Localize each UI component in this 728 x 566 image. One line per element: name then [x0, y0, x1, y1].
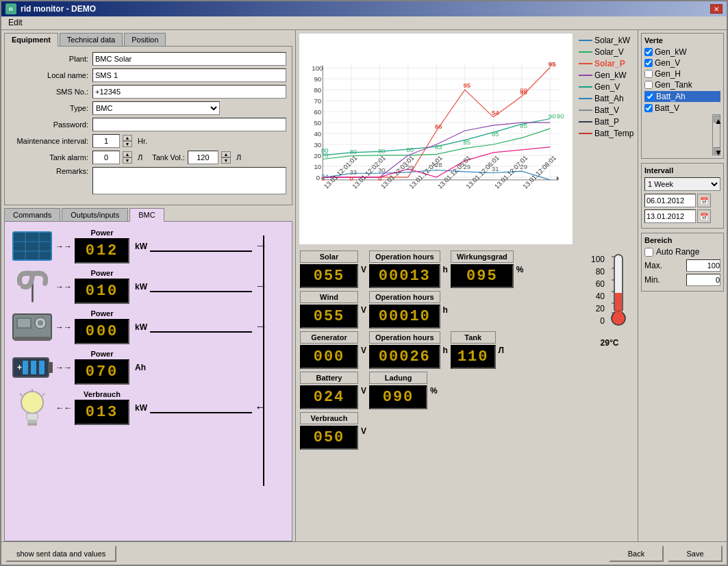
bmc-batt-arrow: →→: [55, 363, 72, 372]
bmc-bulb-arrow: →→: [55, 403, 72, 413]
settings-panel: Verte Gen_kW Gen_V Gen_H Gen_Tank: [638, 30, 727, 541]
verte-gen-kw-label: Gen_kW: [655, 47, 687, 57]
type-select[interactable]: BMC: [92, 101, 220, 115]
verbrauch-label: Verbrauch: [300, 412, 358, 424]
wirkung-unit: %: [516, 265, 524, 274]
verte-batt-ah[interactable]: Batt_Ah: [644, 91, 720, 102]
tank-alarm-label: Tank alarm:: [10, 153, 92, 162]
bereich-title: Bereich: [644, 236, 720, 244]
date-to-cal[interactable]: 📅: [697, 209, 711, 223]
back-button[interactable]: Back: [609, 545, 664, 562]
scroll-down-btn[interactable]: ▼: [714, 147, 720, 154]
edit-menu[interactable]: Edit: [4, 17, 27, 28]
scroll-up-btn[interactable]: ▲: [714, 116, 720, 123]
legend-solar-v: Solar_V: [579, 47, 635, 57]
sub-tab-commands[interactable]: Commands: [4, 208, 60, 221]
menu-bar: Edit: [1, 16, 727, 30]
verte-scroll[interactable]: ▲ ▼: [712, 114, 720, 155]
legend-batt-v-label: Batt_V: [594, 105, 619, 115]
local-name-input[interactable]: [92, 68, 286, 82]
legend-batt-p-label: Batt_P: [594, 117, 619, 127]
sms-no-input[interactable]: [92, 85, 286, 99]
min-input[interactable]: [686, 274, 720, 286]
save-button[interactable]: Save: [668, 545, 723, 562]
svg-rect-0: [13, 232, 51, 260]
intervall-title: Intervall: [644, 166, 720, 175]
type-label: Type:: [10, 104, 92, 112]
thermometer-visual: 100 80 60 40 20 0: [591, 253, 628, 335]
password-input[interactable]: [92, 118, 286, 131]
tank-alarm-spinner: ▲ ▼: [123, 151, 132, 164]
date-to-input[interactable]: [644, 209, 696, 223]
bmc-solar-power: Power 012: [75, 229, 129, 263]
remarks-input[interactable]: [92, 167, 286, 194]
chart-svg: 100 90 80 70 60 50 40 30 20 10 0: [302, 36, 570, 242]
verte-gen-tank-label: Gen_Tank: [655, 80, 692, 90]
svg-text:+: +: [17, 363, 22, 372]
bmc-bulb-power: Verbrauch 013: [75, 390, 129, 425]
wirkung-display: 095: [451, 264, 514, 288]
svg-rect-16: [31, 361, 36, 374]
verte-batt-v-check[interactable]: [644, 104, 653, 112]
svg-text:85: 85: [463, 138, 470, 146]
title-bar: R rid monitor - DEMO ✕: [1, 1, 727, 16]
svg-text:0: 0: [378, 175, 381, 182]
solar-h-line: [150, 250, 252, 252]
interval-select[interactable]: 1 Week 1 Day 1 Month: [644, 177, 720, 191]
tab-technical[interactable]: Technical data: [60, 33, 123, 46]
max-input[interactable]: [686, 259, 720, 272]
bmc-solar-arrow: →→: [55, 242, 72, 251]
verte-gen-h-check[interactable]: [644, 70, 653, 78]
tank-vol-up[interactable]: ▲: [221, 151, 231, 157]
solar-sensor-label: Solar: [300, 250, 358, 263]
tank-alarm-down[interactable]: ▼: [123, 157, 132, 164]
auto-range-label: Auto Range: [656, 247, 699, 257]
op-hours-1: Operation hours 00013: [369, 250, 440, 288]
date-from-input[interactable]: [644, 194, 696, 207]
tank-alarm-input[interactable]: [92, 151, 120, 164]
verte-batt-ah-check[interactable]: [646, 92, 654, 101]
tank-vol-input[interactable]: [188, 151, 218, 164]
maintenance-input[interactable]: [92, 134, 120, 148]
verte-gen-tank-check[interactable]: [644, 81, 653, 89]
sub-tab-outputs[interactable]: Outputs/inputs: [62, 208, 128, 221]
legend-batt-ah: Batt_Ah: [579, 94, 635, 103]
plant-input[interactable]: [92, 52, 286, 66]
sms-no-label: SMS No.:: [10, 88, 92, 96]
tank-alarm-up[interactable]: ▲: [123, 151, 132, 157]
tank-display: 110: [451, 345, 496, 369]
tank-vol-unit: Л: [234, 153, 241, 162]
bmc-bulb-row: →→ Verbrauch 013 kW →: [12, 390, 285, 425]
chart-section: 100 90 80 70 60 50 40 30 20 10 0: [296, 30, 638, 248]
bottom-bar: show sent data and values Back Save: [1, 541, 727, 565]
svg-point-10: [38, 320, 43, 326]
sub-tab-bmc[interactable]: BMC: [129, 208, 164, 222]
svg-rect-11: [14, 337, 50, 341]
show-data-button[interactable]: show sent data and values: [5, 545, 116, 562]
verte-gen-v-check[interactable]: [644, 59, 653, 67]
chart-legend: Solar_kW Solar_V Solar_P Gen_kW: [576, 33, 638, 248]
date-from-cal[interactable]: 📅: [697, 194, 711, 207]
verte-gen-kw-check[interactable]: [644, 48, 653, 56]
maintenance-down[interactable]: ▼: [123, 141, 132, 147]
tank-vol-down[interactable]: ▼: [221, 157, 231, 164]
tab-position[interactable]: Position: [124, 33, 166, 46]
verte-batt-v: Batt_V: [644, 103, 720, 113]
maintenance-up[interactable]: ▲: [123, 135, 132, 141]
gen-sensor: Generator 000: [300, 331, 358, 369]
svg-text:33: 33: [349, 168, 357, 176]
legend-batt-temp-label: Batt_Temp: [594, 129, 633, 138]
tank-unit: Л: [499, 346, 504, 355]
password-label: Password:: [10, 120, 92, 129]
svg-text:85: 85: [520, 122, 527, 129]
date-from-row: 📅 📅: [644, 194, 720, 223]
svg-rect-95: [615, 293, 622, 313]
auto-range-check[interactable]: [644, 248, 653, 257]
close-button[interactable]: ✕: [710, 4, 723, 14]
batt-sensor: Battery 024: [300, 372, 358, 409]
tab-equipment[interactable]: Equipment: [4, 33, 58, 47]
window-title: rid monitor - DEMO: [21, 4, 96, 14]
bulb-h-line: [150, 412, 252, 413]
solar-unit: kW: [135, 242, 147, 251]
svg-text:95: 95: [463, 81, 470, 89]
